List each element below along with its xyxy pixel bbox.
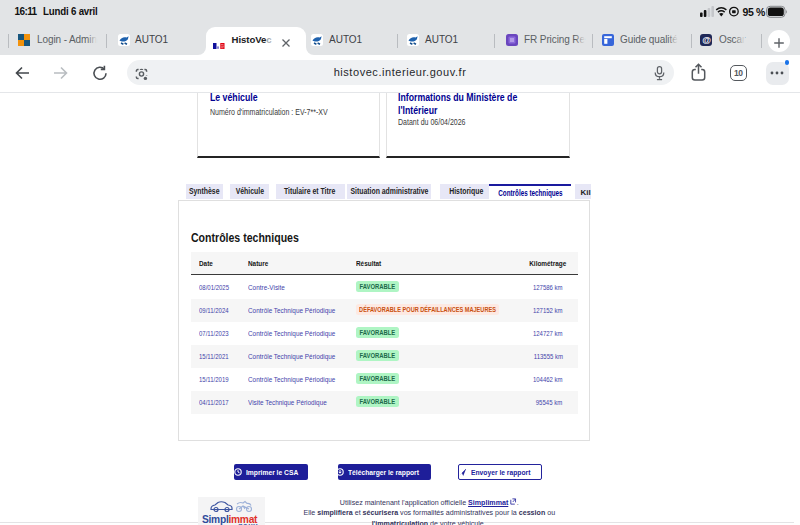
svg-text:@: @ [702,35,711,45]
svg-text:95 %: 95 % [743,6,766,18]
